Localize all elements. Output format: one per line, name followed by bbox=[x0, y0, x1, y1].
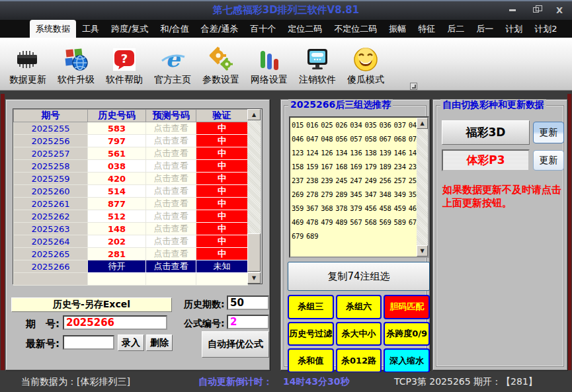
recommend-groupbox: 2025266后三组选推荐 015 016 025 026 034 035 03… bbox=[284, 105, 427, 367]
predict-link-cell[interactable]: 点击查看 bbox=[146, 135, 196, 147]
filter-button[interactable]: 杀组三 bbox=[288, 295, 334, 319]
menu-tab[interactable]: 特征 bbox=[412, 20, 441, 38]
verify-cell: 中 bbox=[196, 122, 248, 135]
predict-link-cell[interactable]: 点击查看 bbox=[146, 223, 196, 235]
scroll-up-icon[interactable]: ▲ bbox=[417, 118, 428, 129]
menu-tab[interactable]: 工具 bbox=[76, 20, 105, 38]
history-count-input[interactable] bbox=[227, 295, 269, 310]
period-cell[interactable]: 2025255 bbox=[14, 122, 88, 135]
table-header-cell: 预测号码 bbox=[146, 110, 196, 122]
recommend-group-title: 2025266后三组选推荐 bbox=[288, 99, 393, 111]
update-fucai-button[interactable]: 更新 bbox=[533, 122, 564, 143]
menu-tab[interactable]: 百十个 bbox=[244, 20, 282, 38]
delete-button[interactable]: 删除 bbox=[146, 334, 173, 351]
period-cell[interactable]: 2025261 bbox=[14, 198, 88, 210]
history-number-cell: 038 bbox=[88, 160, 146, 173]
period-cell[interactable]: 2025263 bbox=[14, 223, 88, 235]
predict-link-cell[interactable]: 点击查看 bbox=[146, 210, 196, 223]
scroll-up-icon[interactable]: ▲ bbox=[247, 109, 261, 120]
menu-tab[interactable]: 不定位二码 bbox=[328, 20, 383, 38]
recommend-numbers: 015 016 025 026 034 035 036 037 045046 0… bbox=[292, 118, 417, 243]
filter-button[interactable]: 杀和值 bbox=[288, 348, 334, 373]
fucai3d-button[interactable]: 福彩3D bbox=[442, 120, 530, 145]
recommend-numbers-box[interactable]: 015 016 025 026 034 035 036 037 045046 0… bbox=[289, 116, 429, 258]
period-cell[interactable]: 2025262 bbox=[14, 210, 88, 223]
scroll-down-icon[interactable]: ▼ bbox=[247, 272, 261, 284]
predict-link-cell[interactable]: 点击查看 bbox=[146, 122, 196, 135]
predict-link-cell[interactable] bbox=[146, 273, 196, 286]
menu-tab[interactable]: 跨度/复式 bbox=[105, 20, 154, 38]
table-row: 2025266 待开 点击查看 未知 bbox=[14, 260, 248, 273]
menu-tab[interactable]: 计划 bbox=[499, 20, 528, 38]
network-settings-button[interactable]: 网络设置 bbox=[251, 46, 288, 86]
menu-tab[interactable]: 后二 bbox=[441, 20, 470, 38]
filter-button[interactable]: 杀组六 bbox=[336, 295, 382, 319]
software-help-button[interactable]: ? 软件帮助 bbox=[106, 46, 143, 86]
verify-cell: 中 bbox=[196, 185, 248, 198]
filter-button[interactable]: 杀012路 bbox=[336, 348, 382, 373]
period-cell[interactable] bbox=[14, 273, 88, 286]
predict-link-cell[interactable]: 点击查看 bbox=[146, 198, 196, 210]
predict-link-cell[interactable]: 点击查看 bbox=[146, 160, 196, 173]
menu-tab[interactable]: 系统数据 bbox=[30, 20, 76, 38]
filter-button[interactable]: 深入缩水 bbox=[384, 348, 430, 373]
filter-button[interactable]: 杀跨度0/9 bbox=[384, 322, 430, 346]
ticaip3-button[interactable]: 体彩P3 bbox=[442, 149, 530, 171]
predict-link-cell[interactable]: 点击查看 bbox=[146, 173, 196, 185]
predict-link-cell[interactable]: 点击查看 bbox=[146, 235, 196, 248]
predict-link-cell[interactable]: 点击查看 bbox=[146, 248, 196, 260]
auto-formula-button[interactable]: 自动择优公式 bbox=[202, 331, 269, 358]
export-excel-button[interactable]: 历史号-另存Excel bbox=[11, 297, 172, 312]
scrollbar-thumb[interactable] bbox=[247, 233, 261, 272]
menu-tab[interactable]: 后一 bbox=[470, 20, 499, 38]
period-cell[interactable]: 2025260 bbox=[14, 185, 88, 198]
enter-button[interactable]: 录入 bbox=[118, 334, 144, 351]
minimize-button[interactable] bbox=[509, 9, 516, 11]
period-cell[interactable]: 2025265 bbox=[14, 248, 88, 260]
numbers-scrollbar[interactable]: ▲ ▼ bbox=[417, 118, 428, 256]
period-cell[interactable]: 2025259 bbox=[14, 173, 88, 185]
filter-button[interactable]: 胆码匹配 bbox=[384, 295, 430, 319]
copy-selection-button[interactable]: 复制74注组选 bbox=[288, 262, 430, 291]
update-note-text: 如果数据更新不及时请点击上面更新按钮。 bbox=[442, 183, 568, 210]
predict-link-cell[interactable]: 点击查看 bbox=[146, 147, 196, 160]
svg-text:e: e bbox=[165, 46, 181, 72]
table-scrollbar[interactable]: ▲ ▼ bbox=[247, 109, 261, 284]
period-cell[interactable]: 2025257 bbox=[14, 147, 88, 160]
toolbar-expand-icon[interactable] bbox=[410, 83, 417, 90]
title-bar: 第七感福彩3D排列三软件V8.81 X bbox=[0, 1, 572, 20]
number-line: 269 278 279 289 345 347 348 349 356 bbox=[292, 188, 417, 202]
history-number-cell: 148 bbox=[88, 223, 146, 235]
period-cell[interactable]: 2025266 bbox=[14, 260, 88, 273]
parameter-settings-button[interactable]: 参数设置 bbox=[202, 46, 239, 86]
restore-button[interactable] bbox=[533, 7, 539, 13]
data-update-button[interactable]: 数据更新 bbox=[9, 46, 46, 86]
menu-tab[interactable]: 和/合值 bbox=[154, 20, 194, 38]
recommend-panel: 2025266后三组选推荐 015 016 025 026 034 035 03… bbox=[280, 99, 430, 370]
menu-tab[interactable]: 振幅 bbox=[383, 20, 412, 38]
menu-tab[interactable]: 计划2 bbox=[528, 20, 563, 38]
update-ticai-button[interactable]: 更新 bbox=[533, 150, 564, 171]
period-cell[interactable]: 2025264 bbox=[14, 235, 88, 248]
filter-button[interactable]: 杀大中小 bbox=[336, 322, 382, 346]
official-homepage-button[interactable]: e 官方主页 bbox=[154, 46, 191, 86]
software-upgrade-button[interactable]: 软件升级 bbox=[58, 46, 95, 86]
verify-cell bbox=[196, 273, 248, 286]
easy-mode-icon bbox=[352, 46, 379, 73]
menu-tab[interactable]: 定位二码 bbox=[282, 20, 328, 38]
filter-button[interactable]: 历史号过滤 bbox=[288, 322, 334, 346]
formula-number-input[interactable] bbox=[227, 315, 269, 329]
latest-number-input[interactable] bbox=[63, 335, 114, 350]
close-button[interactable]: X bbox=[556, 5, 563, 15]
predict-link-cell[interactable]: 点击查看 bbox=[146, 260, 196, 273]
scrollbar-track[interactable] bbox=[417, 129, 428, 245]
period-input[interactable] bbox=[63, 315, 167, 330]
period-cell[interactable]: 2025258 bbox=[14, 160, 88, 173]
logout-software-button[interactable]: 注销软件 bbox=[299, 46, 336, 86]
scroll-down-icon[interactable]: ▼ bbox=[417, 245, 428, 256]
period-cell[interactable]: 2025256 bbox=[14, 135, 88, 147]
predict-link-cell[interactable]: 点击查看 bbox=[146, 185, 196, 198]
number-line: 469 478 479 489 567 568 569 589 678 bbox=[292, 216, 417, 229]
menu-tab[interactable]: 合差/通杀 bbox=[195, 20, 244, 38]
easy-mode-button[interactable]: 傻瓜模式 bbox=[347, 46, 384, 86]
